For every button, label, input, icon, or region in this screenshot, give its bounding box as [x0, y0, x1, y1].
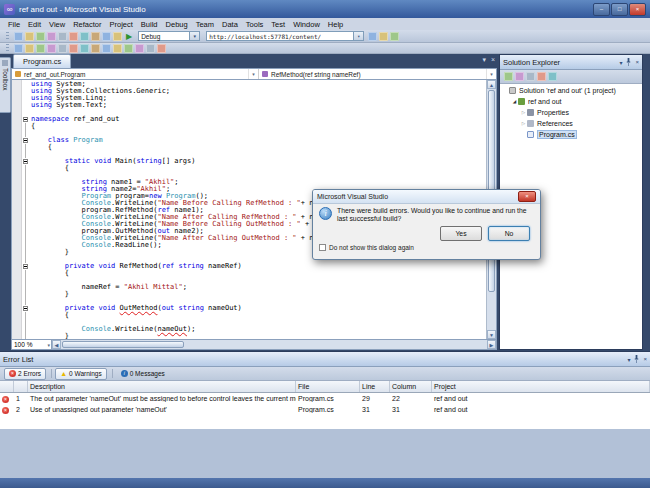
chevron-down-icon[interactable]: ▾ — [248, 69, 258, 79]
code-line[interactable]: class Program — [22, 137, 486, 144]
toolbar-grip[interactable] — [6, 44, 9, 52]
maximize-button[interactable]: □ — [611, 3, 628, 16]
filter-0-messages[interactable]: i0 Messages — [116, 368, 170, 380]
code-line[interactable]: private void OutMethod(out string nameOu… — [22, 305, 486, 312]
scroll-right-icon[interactable]: ▶ — [487, 340, 496, 349]
members-dropdown[interactable]: RefMethod(ref string nameRef) ▾ — [259, 69, 496, 79]
scrollbar-thumb[interactable] — [62, 341, 184, 348]
refresh-icon[interactable] — [526, 72, 535, 81]
indicator-margin[interactable] — [12, 80, 22, 339]
column-header-file[interactable]: File — [296, 381, 360, 392]
dialog-titlebar[interactable]: Microsoft Visual Studio × — [313, 190, 540, 204]
collapse-box-icon[interactable] — [22, 116, 31, 123]
code-line[interactable]: } — [22, 291, 486, 298]
scroll-left-icon[interactable]: ◀ — [52, 340, 61, 349]
show-all-files-icon[interactable] — [515, 72, 524, 81]
code-line[interactable]: using System.Text; — [22, 102, 486, 109]
types-dropdown[interactable]: ref_and_out.Program ▾ — [12, 69, 259, 79]
comment-selection-icon[interactable] — [58, 44, 67, 53]
uncomment-selection-icon[interactable] — [69, 44, 78, 53]
properties-window-icon[interactable] — [504, 72, 513, 81]
window-position-icon[interactable]: ▾ — [619, 59, 622, 66]
find-in-files-icon[interactable] — [368, 32, 377, 41]
chevron-down-icon[interactable]: ▾ — [189, 32, 199, 40]
code-line[interactable]: { — [22, 312, 486, 319]
dont-show-again-checkbox[interactable] — [319, 244, 326, 251]
code-line[interactable]: { — [22, 123, 486, 130]
yes-button[interactable]: Yes — [440, 226, 482, 241]
increase-indent-icon[interactable] — [91, 44, 100, 53]
navigate-forward-icon[interactable] — [135, 44, 144, 53]
start-page-icon[interactable] — [25, 44, 34, 53]
close-panel-icon[interactable]: × — [643, 356, 647, 362]
menu-build[interactable]: Build — [137, 20, 162, 29]
menu-team[interactable]: Team — [192, 20, 218, 29]
solution-explorer-titlebar[interactable]: Solution Explorer ▾ × — [500, 55, 642, 70]
toolbar-grip[interactable] — [6, 32, 9, 40]
window-position-icon[interactable]: ▾ — [627, 356, 630, 363]
collapse-box-icon[interactable] — [22, 263, 31, 270]
navigate-backward-icon[interactable] — [124, 44, 133, 53]
display-in-browser-icon[interactable] — [157, 44, 166, 53]
chevron-down-icon[interactable]: ▾ — [486, 69, 496, 79]
tree-item-program-cs[interactable]: Program.cs — [500, 129, 642, 140]
horizontal-scrollbar[interactable]: ◀ ▶ — [52, 340, 496, 349]
tree-item-references[interactable]: ▷References — [500, 118, 642, 129]
code-line[interactable]: nameRef = "Akhil Mittal"; — [22, 284, 486, 291]
code-line[interactable]: { — [22, 165, 486, 172]
code-line[interactable]: namespace ref_and_out — [22, 116, 486, 123]
filter-2-errors[interactable]: ×2 Errors — [4, 368, 46, 380]
column-header-column[interactable]: Column — [390, 381, 432, 392]
error-list-titlebar[interactable]: Error List ▾ × — [0, 352, 650, 367]
menu-window[interactable]: Window — [289, 20, 324, 29]
no-button[interactable]: No — [488, 226, 530, 241]
code-line[interactable]: { — [22, 270, 486, 277]
close-button[interactable]: × — [629, 3, 646, 16]
menu-data[interactable]: Data — [218, 20, 242, 29]
menu-debug[interactable]: Debug — [162, 20, 192, 29]
solution-configurations-icon[interactable] — [14, 44, 23, 53]
close-panel-icon[interactable]: × — [635, 59, 639, 65]
menu-help[interactable]: Help — [324, 20, 347, 29]
column-header-description[interactable]: Description — [28, 381, 296, 392]
expanded-arrow-icon[interactable]: ◢ — [511, 99, 518, 104]
close-document-button[interactable]: × — [491, 56, 495, 64]
properties-window-icon[interactable] — [390, 32, 399, 41]
decrease-indent-icon[interactable] — [80, 44, 89, 53]
column-header-line[interactable]: Line — [360, 381, 390, 392]
toolbox-tab[interactable]: Toolbox — [0, 57, 11, 113]
tree-item-properties[interactable]: ▷Properties — [500, 107, 642, 118]
tree-item-ref-and-out[interactable]: ◢ref and out — [500, 96, 642, 107]
collapsed-arrow-icon[interactable]: ▷ — [520, 110, 527, 115]
menu-tools[interactable]: Tools — [242, 20, 268, 29]
collapse-box-icon[interactable] — [22, 305, 31, 312]
solution-explorer-icon[interactable] — [379, 32, 388, 41]
menu-test[interactable]: Test — [267, 20, 289, 29]
replace-icon[interactable] — [113, 44, 122, 53]
minimize-button[interactable]: – — [593, 3, 610, 16]
collapsed-arrow-icon[interactable]: ▷ — [520, 121, 527, 126]
view-code-icon[interactable] — [537, 72, 546, 81]
code-line[interactable]: static void Main(string[] args) — [22, 158, 486, 165]
filter-0-warnings[interactable]: ▲0 Warnings — [55, 368, 107, 380]
column-header[interactable] — [14, 381, 28, 392]
scroll-down-icon[interactable]: ▼ — [487, 330, 496, 339]
dialog-close-button[interactable]: × — [518, 191, 536, 202]
browse-url-combo[interactable]: http://localhost:57781/content/ ▾ — [206, 31, 364, 41]
pin-icon[interactable] — [625, 58, 632, 66]
error-row[interactable]: ×1The out parameter 'nameOut' must be as… — [0, 393, 650, 404]
tab-program-cs[interactable]: Program.cs — [13, 54, 71, 68]
collapse-box-icon[interactable] — [22, 137, 31, 144]
pin-icon[interactable] — [633, 355, 640, 363]
code-line[interactable]: Console.WriteLine(nameOut); — [22, 326, 486, 333]
tree-item-solution-ref-and-out-1-project[interactable]: Solution 'ref and out' (1 project) — [500, 85, 642, 96]
object-browser-icon[interactable] — [36, 44, 45, 53]
view-designer-icon[interactable] — [548, 72, 557, 81]
chevron-down-icon[interactable]: ▾ — [47, 342, 51, 348]
error-row[interactable]: ×2Use of unassigned out parameter 'nameO… — [0, 404, 650, 415]
find-icon[interactable] — [102, 44, 111, 53]
column-header-project[interactable]: Project — [432, 381, 650, 392]
zoom-control[interactable]: 100 % ▾ — [12, 340, 52, 349]
code-line[interactable]: { — [22, 144, 486, 151]
toggle-bookmark-icon[interactable] — [47, 44, 56, 53]
